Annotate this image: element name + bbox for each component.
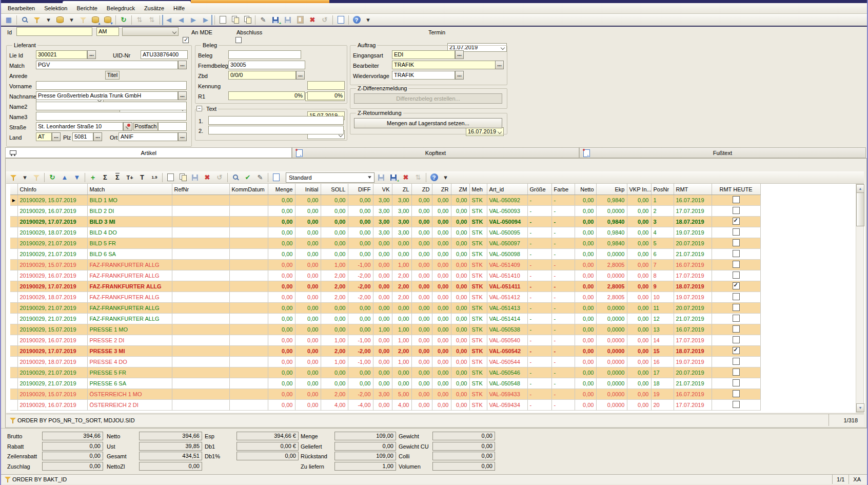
rmt-heute-checkbox[interactable] xyxy=(733,196,740,203)
rmt-heute-checkbox[interactable] xyxy=(733,304,740,311)
undo-icon[interactable]: ↺ xyxy=(319,15,330,25)
wiedervorlage-lookup-button[interactable]: ... xyxy=(455,71,464,80)
rmt-heute-checkbox[interactable] xyxy=(733,293,740,300)
grid-filter-dropdown-icon[interactable]: ▾ xyxy=(20,172,30,183)
row-up-icon[interactable]: ▲ xyxy=(59,172,70,183)
lie-id-lookup-button[interactable]: ... xyxy=(87,50,96,59)
col-header-rmt[interactable]: RMT xyxy=(674,184,712,195)
paste-icon[interactable] xyxy=(294,15,306,25)
sort-asc-icon[interactable]: ⇅ xyxy=(134,15,145,25)
nav-prev-icon[interactable]: ◀ xyxy=(175,15,187,25)
table-row[interactable]: 20190029, 21.07.2019FAZ-FRANKFURTER ALLG… xyxy=(10,314,760,324)
rmt-heute-checkbox[interactable] xyxy=(733,401,740,408)
menu-item-berichte[interactable]: Berichte xyxy=(72,4,102,12)
tab-fußtext[interactable]: Fußtext xyxy=(579,147,866,158)
menu-item-hilfe[interactable]: Hilfe xyxy=(169,4,189,12)
uid-field[interactable]: ATU33876400 xyxy=(141,50,188,59)
nachname-lookup-button[interactable]: ... xyxy=(178,91,187,100)
lie-id-field[interactable]: 300021 xyxy=(36,50,87,59)
col-header-vkp[interactable]: VKP In... xyxy=(627,184,651,195)
table-row[interactable]: 20190029, 15.07.2019PRESSE 1 MO0,000,000… xyxy=(10,324,760,335)
table-row[interactable]: 20190029, 16.07.2019FAZ-FRANKFURTER ALLG… xyxy=(10,270,760,281)
table-row[interactable]: 20190029, 15.07.2019ÖSTERREICH 1 MO0,000… xyxy=(10,389,760,400)
insert-position-icon[interactable]: + xyxy=(87,172,98,183)
rmt-heute-checkbox[interactable] xyxy=(733,228,740,236)
table-row[interactable]: 20190029, 21.07.2019BILD 5 FR0,000,000,0… xyxy=(10,238,760,249)
menu-item-belegdruck[interactable]: Belegdruck xyxy=(102,4,140,12)
match-field[interactable]: PGV xyxy=(36,61,178,69)
table-row[interactable]: 20190029, 21.07.2019PRESSE 5 FR0,000,000… xyxy=(10,367,760,378)
mengen-lagerstand-button[interactable]: Mengen auf Lagerstand setzen... xyxy=(354,118,502,128)
table-row[interactable]: 20190029, 18.07.2019PRESSE 4 DO0,000,001… xyxy=(10,357,760,367)
name3-field[interactable] xyxy=(36,112,187,121)
copy-record-icon[interactable] xyxy=(229,15,241,25)
font-icon[interactable]: T xyxy=(136,172,148,183)
row-down-icon[interactable]: ▼ xyxy=(71,172,83,183)
am-field[interactable]: AM xyxy=(96,27,119,36)
rmt-heute-checkbox[interactable] xyxy=(733,271,740,279)
grid-filter-clear-icon[interactable] xyxy=(31,172,42,183)
menu-item-zusätze[interactable]: Zusätze xyxy=(140,4,169,12)
view-save-icon[interactable] xyxy=(376,172,387,183)
col-header-soll[interactable]: SOLL xyxy=(321,184,348,195)
col-header-menge[interactable]: Menge xyxy=(268,184,295,195)
strasse-field[interactable]: St. Leonharder Straße 10 xyxy=(36,122,123,131)
col-header-zm[interactable]: ZM xyxy=(451,184,469,195)
grid-report-icon[interactable] xyxy=(270,172,282,183)
col-header-rmt_heute[interactable]: RMT HEUTE xyxy=(712,184,760,195)
land-field[interactable]: AT xyxy=(36,132,52,141)
sum-icon[interactable]: Σ xyxy=(100,172,111,183)
tab-artikel[interactable]: Artikel xyxy=(5,147,292,158)
id-field[interactable] xyxy=(16,27,92,36)
table-row[interactable]: 20190029, 16.07.2019BILD 2 DI0,000,000,0… xyxy=(10,206,760,217)
sort-desc-icon[interactable]: ⇅ xyxy=(146,15,157,25)
rmt-heute-checkbox[interactable] xyxy=(733,282,740,289)
col-header-ekp[interactable]: Ekp xyxy=(596,184,627,195)
grid-undo-icon[interactable]: ↺ xyxy=(214,172,225,183)
bearbeiter-field[interactable]: TRAFIK xyxy=(392,61,498,69)
filter-icon[interactable] xyxy=(31,15,43,25)
col-header-vk[interactable]: VK xyxy=(373,184,392,195)
table-row[interactable]: ▶20190029, 15.07.2019BILD 1 MO0,000,000,… xyxy=(10,195,760,206)
table-row[interactable]: 20190029, 21.07.2019FAZ-FRANKFURTER ALLG… xyxy=(10,303,760,314)
menu-item-bearbeiten[interactable]: Bearbeiten xyxy=(3,4,40,12)
rmt-heute-checkbox[interactable] xyxy=(733,261,740,268)
db-search-icon[interactable] xyxy=(54,15,66,25)
map-pin-button[interactable] xyxy=(123,122,132,131)
ort-field[interactable]: ANIF xyxy=(119,132,178,141)
table-row[interactable]: 20190029, 17.07.2019PRESSE 3 MI0,000,002… xyxy=(10,346,760,357)
help-icon[interactable]: ? xyxy=(351,15,362,25)
col-header-chinfo[interactable]: ChInfo xyxy=(17,184,87,195)
edit-record-icon[interactable]: ✎ xyxy=(258,15,269,25)
tab-kopftext[interactable]: Kopftext xyxy=(292,147,579,158)
eingangsart-field[interactable]: EDI xyxy=(392,50,455,59)
grid-filter-icon[interactable] xyxy=(8,172,19,183)
col-header-zr[interactable]: ZR xyxy=(432,184,451,195)
col-header-farbe[interactable]: Farbe xyxy=(551,184,575,195)
eingangsart-lookup-button[interactable]: ... xyxy=(455,50,464,59)
save-icon[interactable] xyxy=(282,15,293,25)
match-lookup-button[interactable]: ... xyxy=(178,61,187,69)
beleg-field[interactable] xyxy=(228,50,301,59)
grid-help-icon[interactable]: ? xyxy=(428,172,440,183)
table-row[interactable]: 20190029, 16.07.2019PRESSE 2 DI0,000,001… xyxy=(10,335,760,346)
view-combo[interactable]: Standard xyxy=(286,172,374,183)
rmt-heute-checkbox[interactable] xyxy=(733,207,740,214)
help-dropdown-icon[interactable]: ▾ xyxy=(363,15,373,25)
name2-field[interactable] xyxy=(36,102,187,110)
footer-sort-filter-icon[interactable] xyxy=(3,474,12,484)
copy-icon[interactable] xyxy=(242,15,253,25)
differenzbeleg-button[interactable]: Differenzbeleg erstellen... xyxy=(354,93,502,104)
rmt-heute-checkbox[interactable] xyxy=(733,239,740,246)
col-header-kommdatum[interactable]: KommDatum xyxy=(229,184,268,195)
nav-last-icon[interactable]: ▶ xyxy=(200,15,212,25)
nachname-field[interactable]: Presse Großvertrieb Austria Trunk GmbH xyxy=(36,91,178,100)
postfach-field[interactable] xyxy=(158,122,187,131)
col-header-posnr[interactable]: PosNr xyxy=(651,184,674,195)
table-view-icon[interactable]: ▦ xyxy=(3,15,14,25)
ort-lookup-button[interactable]: ... xyxy=(178,132,187,141)
rmt-heute-checkbox[interactable] xyxy=(733,325,740,333)
col-header-match[interactable]: Match xyxy=(87,184,172,195)
text-line1-field[interactable] xyxy=(208,116,344,125)
bearbeiter-lookup-button[interactable]: ... xyxy=(495,61,504,69)
